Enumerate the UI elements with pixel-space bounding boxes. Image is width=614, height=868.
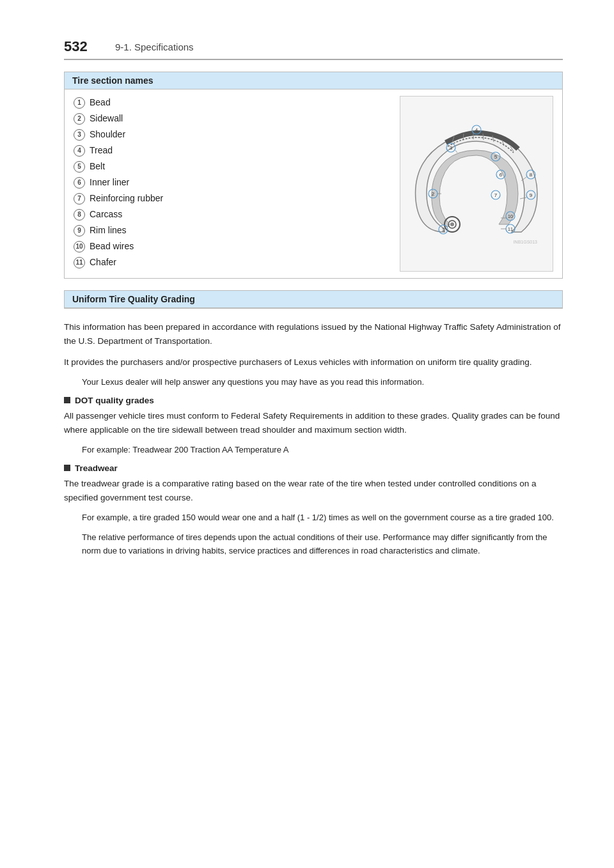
treadwear-title-label: Treadwear	[75, 463, 118, 473]
tire-list-item: 3Shoulder	[74, 128, 393, 141]
dot-para: All passenger vehicle tires must conform…	[64, 409, 563, 438]
tire-item-num: 11	[74, 257, 85, 268]
intro-para-1: This information has been prepared in ac…	[64, 320, 563, 349]
svg-line-34	[455, 150, 457, 153]
tire-section-title: Tire section names	[65, 72, 562, 89]
tire-item-num: 1	[74, 97, 85, 109]
tire-item-label: Bead wires	[90, 240, 134, 253]
dot-example: For example: Treadwear 200 Traction AA T…	[64, 444, 563, 457]
tire-list-item: 1Bead	[74, 96, 393, 109]
tire-item-label: Reinforcing rubber	[90, 192, 163, 205]
tire-item-label: Tread	[90, 144, 113, 157]
page: 532 9-1. Specifications Tire section nam…	[0, 0, 614, 868]
svg-text:8: 8	[530, 172, 533, 178]
tire-item-label: Rim lines	[90, 224, 127, 237]
dot-title-label: DOT quality grades	[75, 396, 154, 405]
tire-list-item: 2Sidewall	[74, 112, 393, 125]
tire-item-num: 6	[74, 177, 85, 189]
treadwear-para: The treadwear grade is a comparative rat…	[64, 477, 563, 506]
svg-text:7: 7	[494, 192, 498, 198]
tire-section-box: Tire section names 1Bead2Sidewall3Should…	[64, 72, 563, 279]
tire-item-num: 9	[74, 225, 85, 236]
svg-text:10: 10	[508, 214, 513, 219]
tire-item-num: 8	[74, 209, 85, 221]
intro-para-2: It provides the purchasers and/or prospe…	[64, 355, 563, 369]
tire-list-item: 7Reinforcing rubber	[74, 192, 393, 205]
tire-parts-list: 1Bead2Sidewall3Shoulder4Tread5Belt6Inner…	[74, 96, 393, 272]
uniform-section-title: Uniform Tire Quality Grading	[65, 291, 562, 308]
svg-text:11: 11	[508, 227, 513, 231]
tire-list-item: 6Inner liner	[74, 176, 393, 189]
tire-list-item: 11Chafer	[74, 256, 393, 269]
svg-text:INB1GS013: INB1GS013	[514, 240, 537, 244]
main-content: This information has been prepared in ac…	[64, 320, 563, 558]
page-header: 532 9-1. Specifications	[64, 38, 563, 60]
tire-item-label: Carcass	[90, 208, 122, 221]
tire-item-label: Shoulder	[90, 128, 125, 141]
tire-list-item: 5Belt	[74, 160, 393, 173]
dealer-note: Your Lexus dealer will help answer any q…	[64, 376, 563, 389]
treadwear-bullet	[64, 465, 70, 471]
tire-item-num: 10	[74, 241, 85, 252]
tire-item-label: Belt	[90, 160, 105, 173]
dot-bullet	[64, 397, 70, 403]
uniform-section-box: Uniform Tire Quality Grading	[64, 290, 563, 309]
treadwear-example-1: For example, a tire graded 150 would wea…	[64, 511, 563, 525]
svg-text:6: 6	[500, 172, 503, 178]
tire-item-label: Chafer	[90, 256, 116, 269]
tire-item-num: 4	[74, 145, 85, 157]
section-title: 9-1. Specifications	[115, 42, 194, 52]
svg-text:1: 1	[442, 227, 445, 233]
tire-list-item: 8Carcass	[74, 208, 393, 221]
tire-item-num: 3	[74, 129, 85, 141]
tire-list-item: 9Rim lines	[74, 224, 393, 237]
svg-text:2: 2	[432, 191, 435, 197]
page-number: 532	[64, 38, 102, 55]
tire-item-num: 5	[74, 161, 85, 173]
svg-text:4: 4	[475, 127, 478, 133]
tire-list-item: 10Bead wires	[74, 240, 393, 253]
svg-text:5: 5	[494, 154, 498, 160]
tire-item-num: 2	[74, 113, 85, 125]
treadwear-example-2: The relative performance of tires depend…	[64, 531, 563, 558]
svg-text:9: 9	[530, 192, 533, 198]
tire-item-label: Sidewall	[90, 112, 123, 125]
tire-item-label: Bead	[90, 96, 111, 109]
tire-diagram: 1 2 3 4 5 6	[400, 96, 553, 272]
treadwear-title: Treadwear	[64, 463, 563, 473]
tire-item-num: 7	[74, 193, 85, 205]
svg-point-9	[450, 222, 454, 226]
tire-section-content: 1Bead2Sidewall3Shoulder4Tread5Belt6Inner…	[65, 89, 562, 278]
tire-item-label: Inner liner	[90, 176, 129, 189]
svg-text:3: 3	[450, 145, 453, 151]
dot-title: DOT quality grades	[64, 396, 563, 405]
tire-list-item: 4Tread	[74, 144, 393, 157]
